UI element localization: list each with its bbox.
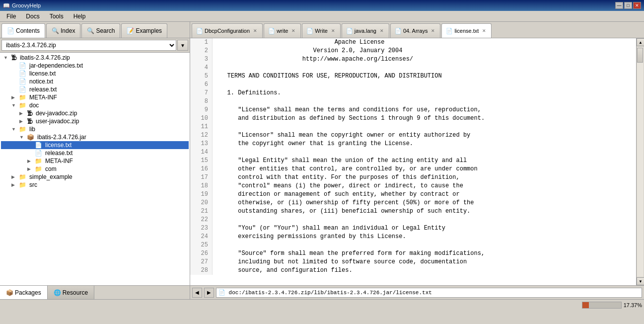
- tree-item[interactable]: ▶ 📁 simple_example: [1, 173, 189, 181]
- bottom-tab-packages[interactable]: 📦 Packages: [0, 286, 48, 299]
- menu-help[interactable]: Help: [69, 11, 90, 21]
- tab-close-dbcp[interactable]: ✕: [252, 28, 258, 34]
- menu-docs[interactable]: Docs: [21, 11, 44, 21]
- tree-item[interactable]: ▼ 🗜 ibatis-2.3.4.726.zip: [1, 54, 189, 62]
- line-number: 2: [190, 47, 213, 55]
- tree-item[interactable]: 📄 license.txt: [1, 70, 189, 78]
- tree-icon: 📁: [19, 173, 26, 180]
- nav-forward-button[interactable]: ▶: [204, 288, 214, 298]
- line-number: 22: [190, 216, 213, 224]
- minimize-button[interactable]: —: [615, 2, 623, 9]
- line-number: 19: [190, 190, 213, 199]
- packages-icon: 📦: [6, 289, 13, 296]
- code-line: 23 "You" (or "Your") shall mean an indiv…: [190, 224, 636, 233]
- tree-item[interactable]: ▼ 📦 ibatis-2.3.4.726.jar: [1, 133, 189, 141]
- zip-selector[interactable]: ibatis-2.3.4.726.zip: [1, 40, 176, 51]
- tree-label: notice.txt: [29, 78, 53, 85]
- tab-close-javalang[interactable]: ✕: [379, 28, 385, 34]
- tree-item[interactable]: ▶ 🗜 dev-javadoc.zip: [1, 109, 189, 117]
- tab-arrays[interactable]: 📄 04. Arrays ✕: [390, 23, 441, 38]
- tree-item[interactable]: 📄 jar-dependencies.txt: [1, 62, 189, 70]
- tree-item[interactable]: ▶ 📁 src: [1, 181, 189, 189]
- tab-close-write[interactable]: ✕: [290, 28, 296, 34]
- code-line: 1 Apache License: [190, 38, 636, 47]
- tree-label: ibatis-2.3.4.726.jar: [37, 134, 86, 141]
- tree-toggle: ▶: [11, 182, 17, 187]
- scroll-track[interactable]: [637, 47, 644, 277]
- tree-icon: 📄: [35, 142, 42, 149]
- tab-close-write-cap[interactable]: ✕: [330, 28, 336, 34]
- code-line: 10 and distribution as defined by Sectio…: [190, 114, 636, 123]
- tab-dbcpconfiguration[interactable]: 📄 DbcpConfiguration ✕: [192, 23, 263, 38]
- tree-item[interactable]: 📄 release.txt: [1, 85, 189, 93]
- line-number: 25: [190, 241, 213, 249]
- tree-toggle: ▶: [11, 95, 17, 100]
- tree-label: com: [45, 165, 57, 172]
- scroll-thumb[interactable]: [637, 48, 643, 63]
- code-line: 14: [190, 148, 636, 157]
- tab-examples[interactable]: 📝 Examples: [121, 23, 167, 38]
- tree-toggle: ▼: [3, 55, 9, 60]
- tree-item[interactable]: ▶ 📁 META-INF: [1, 157, 189, 165]
- line-number: 11: [190, 123, 213, 131]
- tab-contents[interactable]: 📄 Contents: [1, 23, 45, 38]
- tree-icon: 📁: [19, 126, 26, 133]
- line-content: [213, 148, 216, 157]
- tree-label: META-INF: [45, 158, 73, 164]
- tab-write-cap[interactable]: 📄 Write ✕: [302, 23, 340, 38]
- scroll-down-button[interactable]: ▼: [637, 277, 644, 285]
- status-path: 📄 doc:/ibatis-2.3.4.726.zip/lib/ibatis-2…: [216, 288, 642, 298]
- tab-license[interactable]: 📄 license.txt ✕: [441, 23, 492, 38]
- scrollbar[interactable]: ▲ ▼: [636, 38, 644, 285]
- tree-item[interactable]: 📄 license.txt: [1, 141, 189, 149]
- tab-close-license[interactable]: ✕: [481, 28, 487, 34]
- line-content: source, and configuration files.: [213, 266, 353, 275]
- app-icon: 📖: [3, 2, 10, 9]
- tree-icon: 📄: [19, 70, 26, 77]
- tree-item[interactable]: ▼ 📁 lib: [1, 125, 189, 133]
- tab-search[interactable]: 🔍 Search: [81, 23, 120, 38]
- index-icon: 🔍: [52, 27, 59, 34]
- bottom-tab-resource[interactable]: 🌐 Resource: [48, 286, 94, 299]
- nav-back-button[interactable]: ◀: [192, 288, 202, 298]
- code-line: 24 exercising permissions granted by thi…: [190, 233, 636, 241]
- line-number: 3: [190, 55, 213, 64]
- code-content[interactable]: 1 Apache License 2 Version 2.0, January …: [190, 38, 636, 285]
- tree-item[interactable]: ▶ 📁 com: [1, 165, 189, 173]
- code-line: 13 the copyright owner that is granting …: [190, 140, 636, 148]
- dropdown-btn[interactable]: ▼: [177, 40, 188, 51]
- line-number: 18: [190, 182, 213, 190]
- code-line: 27 including but not limited to software…: [190, 258, 636, 266]
- tree-icon: 🗜: [11, 54, 17, 61]
- code-line: 17 control with that entity. For the pur…: [190, 173, 636, 182]
- tree-icon: 🗜: [27, 118, 33, 125]
- line-number: 4: [190, 64, 213, 72]
- line-content: Version 2.0, January 2004: [213, 47, 402, 55]
- menu-file[interactable]: File: [2, 11, 20, 21]
- tree-item[interactable]: ▼ 📁 doc: [1, 101, 189, 109]
- code-line: 16 other entities that control, are cont…: [190, 165, 636, 173]
- tab-write[interactable]: 📄 write ✕: [264, 23, 301, 38]
- scroll-up-button[interactable]: ▲: [637, 38, 644, 46]
- tree-item[interactable]: ▶ 📁 META-INF: [1, 93, 189, 101]
- tab-index[interactable]: 🔍 Index: [46, 23, 80, 38]
- line-content: exercising permissions granted by this L…: [213, 233, 406, 241]
- line-content: "Source" form shall mean the preferred f…: [213, 249, 485, 258]
- tree-area[interactable]: ▼ 🗜 ibatis-2.3.4.726.zip 📄 jar-dependenc…: [0, 53, 190, 285]
- tree-item[interactable]: 📄 notice.txt: [1, 78, 189, 85]
- code-line: 21 outstanding shares, or (iii) benefici…: [190, 207, 636, 216]
- tree-item[interactable]: 📄 release.txt: [1, 149, 189, 157]
- maximize-button[interactable]: □: [624, 2, 632, 9]
- close-button[interactable]: ✕: [633, 2, 641, 9]
- write-cap-icon: 📄: [306, 28, 313, 34]
- tab-javalang[interactable]: 📄 java.lang ✕: [342, 23, 389, 38]
- tab-close-arrays[interactable]: ✕: [430, 28, 436, 34]
- dropdown-bar: ibatis-2.3.4.726.zip ▼: [0, 38, 190, 53]
- menu-tools[interactable]: Tools: [45, 11, 68, 21]
- javalang-icon: 📄: [346, 28, 353, 34]
- tree-item[interactable]: ▶ 🗜 user-javadoc.zip: [1, 117, 189, 125]
- code-line: 4: [190, 64, 636, 72]
- line-content: 1. Definitions.: [213, 89, 281, 97]
- main-area: ibatis-2.3.4.726.zip ▼ ▼ 🗜 ibatis-2.3.4.…: [0, 38, 644, 299]
- tree-label: ibatis-2.3.4.726.zip: [20, 54, 70, 61]
